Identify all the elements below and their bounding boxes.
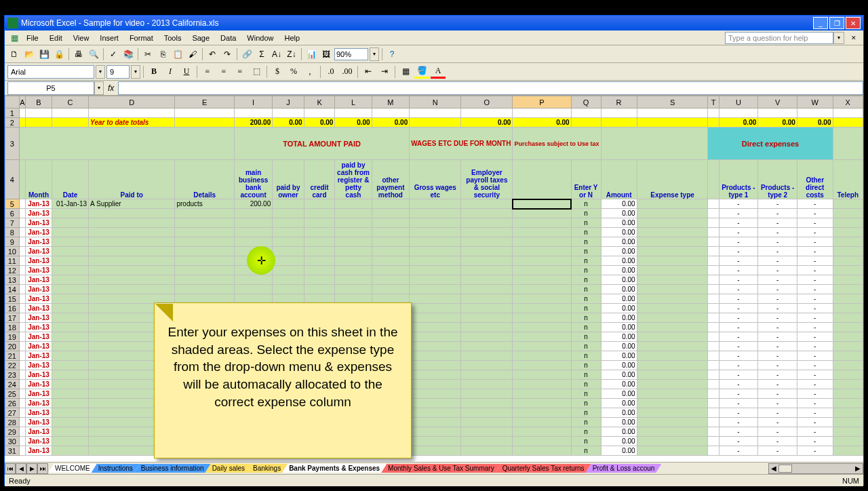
col-header-T[interactable]: T bbox=[708, 96, 719, 109]
tab-prev-icon[interactable]: ◀ bbox=[16, 463, 26, 474]
inc-decimal-icon[interactable]: .0 bbox=[323, 65, 338, 79]
borders-icon[interactable]: ▦ bbox=[398, 65, 413, 79]
print-icon[interactable]: 🖶 bbox=[72, 47, 85, 61]
align-left-icon[interactable]: ≡ bbox=[200, 65, 215, 79]
chart-icon[interactable]: 📊 bbox=[304, 47, 318, 61]
col-header-M[interactable]: M bbox=[372, 96, 410, 109]
save-icon[interactable]: 💾 bbox=[37, 47, 51, 61]
excel-menu-icon[interactable]: ▦ bbox=[7, 31, 21, 45]
tab-last-icon[interactable]: ⏭ bbox=[37, 463, 48, 474]
horizontal-scrollbar[interactable]: ◀ ▶ bbox=[768, 463, 863, 474]
tab-bankings[interactable]: Bankings bbox=[246, 464, 288, 473]
sort-asc-icon[interactable]: A↓ bbox=[270, 47, 283, 61]
drawing-icon[interactable]: 🖼 bbox=[319, 47, 333, 61]
col-header-X[interactable]: X bbox=[833, 96, 863, 109]
tab-monthly-sales-&-use-tax-summary[interactable]: Monthly Sales & Use Tax Summary bbox=[381, 464, 501, 473]
tab-business-information[interactable]: Business information bbox=[134, 464, 211, 473]
close-button[interactable]: ✕ bbox=[846, 17, 861, 29]
menu-sage[interactable]: Sage bbox=[186, 33, 215, 43]
sort-desc-icon[interactable]: Z↓ bbox=[285, 47, 298, 61]
italic-button[interactable]: I bbox=[163, 65, 178, 79]
col-header-J[interactable]: J bbox=[273, 96, 304, 109]
font-dropdown[interactable]: ▾ bbox=[96, 65, 105, 79]
open-icon[interactable]: 📂 bbox=[22, 47, 36, 61]
col-header-R[interactable]: R bbox=[601, 96, 637, 109]
merge-icon[interactable]: ⬚ bbox=[249, 65, 264, 79]
bold-button[interactable]: B bbox=[146, 65, 161, 79]
menu-format[interactable]: Format bbox=[124, 33, 159, 43]
menu-insert[interactable]: Insert bbox=[94, 33, 124, 43]
tab-quarterly-sales-tax-returns[interactable]: Quarterly Sales Tax returns bbox=[496, 464, 591, 473]
help-search[interactable]: Type a question for help bbox=[725, 32, 833, 44]
align-center-icon[interactable]: ≡ bbox=[216, 65, 231, 79]
col-header-U[interactable]: U bbox=[719, 96, 758, 109]
col-header-K[interactable]: K bbox=[304, 96, 335, 109]
spell-icon[interactable]: ✓ bbox=[106, 47, 120, 61]
tab-bank-payments-&-expenses[interactable]: Bank Payments & Expenses bbox=[282, 464, 387, 473]
name-box[interactable]: P5 bbox=[7, 81, 94, 95]
dec-decimal-icon[interactable]: .00 bbox=[340, 65, 355, 79]
menu-tools[interactable]: Tools bbox=[159, 33, 187, 43]
paste-icon[interactable]: 📋 bbox=[171, 47, 184, 61]
size-dropdown[interactable]: ▾ bbox=[131, 65, 140, 79]
col-header-P[interactable]: P bbox=[513, 96, 571, 109]
comma-icon[interactable]: , bbox=[302, 65, 317, 79]
col-header-W[interactable]: W bbox=[797, 96, 833, 109]
menu-data[interactable]: Data bbox=[215, 33, 241, 43]
format-painter-icon[interactable]: 🖌 bbox=[186, 47, 199, 61]
fx-icon[interactable]: fx bbox=[108, 83, 114, 93]
tab-daily-sales[interactable]: Daily sales bbox=[205, 464, 252, 473]
col-header-L[interactable]: L bbox=[335, 96, 372, 109]
permission-icon[interactable]: 🔒 bbox=[52, 47, 66, 61]
menu-file[interactable]: File bbox=[21, 33, 44, 43]
col-header-V[interactable]: V bbox=[758, 96, 797, 109]
tab-first-icon[interactable]: ⏮ bbox=[5, 463, 16, 474]
font-name[interactable]: Arial bbox=[7, 65, 94, 79]
hyperlink-icon[interactable]: 🔗 bbox=[240, 47, 254, 61]
spreadsheet-grid[interactable]: ABCDEIJKLMNOPQRSTUVWX12Year to date tota… bbox=[5, 96, 863, 462]
doc-close-button[interactable]: ✕ bbox=[847, 31, 861, 45]
col-header-E[interactable]: E bbox=[175, 96, 235, 109]
menu-view[interactable]: View bbox=[68, 33, 95, 43]
namebox-dropdown[interactable]: ▾ bbox=[94, 81, 104, 95]
col-header-B[interactable]: B bbox=[26, 96, 52, 109]
undo-icon[interactable]: ↶ bbox=[205, 47, 219, 61]
zoom-dropdown[interactable]: ▾ bbox=[370, 47, 379, 61]
col-header-C[interactable]: C bbox=[52, 96, 89, 109]
redo-icon[interactable]: ↷ bbox=[220, 47, 234, 61]
col-header-N[interactable]: N bbox=[410, 96, 461, 109]
col-header-S[interactable]: S bbox=[637, 96, 708, 109]
autosum-icon[interactable]: Σ bbox=[255, 47, 269, 61]
help-icon[interactable]: ? bbox=[385, 47, 399, 61]
percent-icon[interactable]: % bbox=[286, 65, 301, 79]
tab-next-icon[interactable]: ▶ bbox=[26, 463, 37, 474]
help-dropdown[interactable]: ▾ bbox=[833, 32, 844, 44]
maximize-button[interactable]: ❐ bbox=[829, 17, 844, 29]
font-size[interactable]: 9 bbox=[106, 65, 130, 79]
preview-icon[interactable]: 🔍 bbox=[87, 47, 100, 61]
align-right-icon[interactable]: ≡ bbox=[233, 65, 248, 79]
inc-indent-icon[interactable]: ⇥ bbox=[377, 65, 392, 79]
col-header-D[interactable]: D bbox=[89, 96, 175, 109]
tab-welcome[interactable]: WELCOME bbox=[48, 464, 97, 473]
col-header-O[interactable]: O bbox=[461, 96, 513, 109]
col-header-I[interactable]: I bbox=[234, 96, 272, 109]
formula-input[interactable] bbox=[118, 81, 863, 95]
zoom-box[interactable]: 90% bbox=[334, 48, 368, 60]
currency-icon[interactable]: $ bbox=[270, 65, 285, 79]
underline-button[interactable]: U bbox=[179, 65, 194, 79]
copy-icon[interactable]: ⎘ bbox=[156, 47, 170, 61]
new-icon[interactable]: 🗋 bbox=[7, 47, 21, 61]
tab-profit-&-loss-accoun[interactable]: Profit & Loss accoun bbox=[586, 464, 662, 473]
tab-instructions[interactable]: Instructions bbox=[92, 464, 140, 473]
dec-indent-icon[interactable]: ⇤ bbox=[361, 65, 376, 79]
menu-edit[interactable]: Edit bbox=[44, 33, 68, 43]
tab-nav[interactable]: ⏮ ◀ ▶ ⏭ bbox=[5, 463, 48, 474]
col-header-Q[interactable]: Q bbox=[571, 96, 601, 109]
font-color-icon[interactable]: A bbox=[431, 65, 446, 79]
research-icon[interactable]: 📚 bbox=[121, 47, 135, 61]
cut-icon[interactable]: ✂ bbox=[141, 47, 155, 61]
menu-window[interactable]: Window bbox=[241, 33, 279, 43]
col-header-A[interactable]: A bbox=[19, 96, 25, 109]
minimize-button[interactable]: _ bbox=[813, 17, 828, 29]
